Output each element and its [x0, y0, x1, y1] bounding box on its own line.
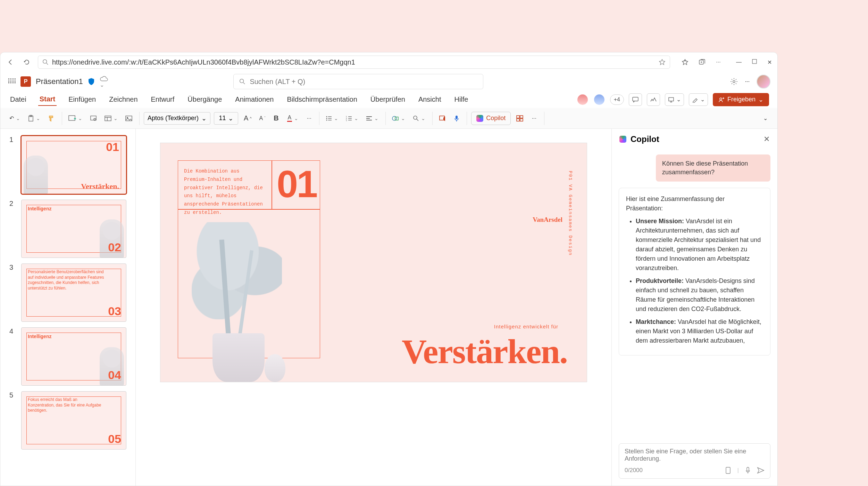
- more-options-icon[interactable]: ···: [745, 78, 750, 85]
- reuse-slides-button[interactable]: [88, 112, 99, 125]
- dictate-button[interactable]: [451, 112, 462, 125]
- font-color-button[interactable]: A: [285, 112, 301, 125]
- mic-icon[interactable]: [745, 467, 751, 474]
- tab-zeichnen[interactable]: Zeichnen: [108, 93, 139, 106]
- editing-mode-button[interactable]: ⌄: [689, 93, 708, 106]
- catchup-button[interactable]: [647, 93, 660, 106]
- align-button[interactable]: [364, 112, 381, 125]
- address-bar[interactable]: [38, 56, 670, 69]
- slide-description[interactable]: Die Kombination aus Premium-Inhalten und…: [184, 167, 264, 217]
- presence-avatar-1[interactable]: [577, 94, 589, 106]
- search-input[interactable]: [250, 78, 477, 86]
- more-font-button[interactable]: ···: [304, 112, 314, 125]
- svg-text:3: 3: [346, 120, 347, 121]
- presence-avatar-2[interactable]: [593, 94, 605, 106]
- settings-icon[interactable]: [730, 77, 738, 86]
- present-button[interactable]: ⌄: [665, 93, 684, 106]
- app-launcher-icon[interactable]: ⠿⠿: [7, 77, 16, 86]
- bullets-button[interactable]: [324, 112, 340, 125]
- find-button[interactable]: [411, 112, 427, 125]
- copilot-label: Copilot: [486, 115, 506, 122]
- tab-bildschirmpraesentation[interactable]: Bildschirmpräsentation: [286, 93, 359, 106]
- new-slide-button[interactable]: [66, 112, 84, 125]
- favorites-icon[interactable]: [681, 58, 690, 67]
- user-message: Können Sie diese Präsentation zusammenfa…: [656, 154, 770, 182]
- designer-button[interactable]: [437, 112, 448, 125]
- powerpoint-icon: P: [20, 76, 31, 87]
- paste-button[interactable]: [26, 112, 42, 125]
- slide-editor[interactable]: Die Kombination aus Premium-Inhalten und…: [160, 143, 587, 382]
- svg-rect-26: [456, 116, 458, 119]
- slide-vase-image[interactable]: [265, 354, 285, 382]
- tab-ansicht[interactable]: Ansicht: [417, 93, 443, 106]
- sync-status-icon[interactable]: ⌄: [100, 75, 108, 88]
- tab-einfuegen[interactable]: Einfügen: [67, 93, 97, 106]
- slide-number[interactable]: 01: [277, 162, 316, 206]
- grid-view-button[interactable]: [514, 112, 525, 125]
- tab-entwurf[interactable]: Entwurf: [150, 93, 176, 106]
- copilot-conversation[interactable]: Können Sie diese Präsentation zusammenfa…: [612, 150, 777, 438]
- attach-icon[interactable]: [725, 467, 731, 474]
- back-button[interactable]: [6, 57, 16, 67]
- decrease-font-button[interactable]: Aˇ: [257, 112, 268, 125]
- collapse-ribbon-button[interactable]: ⌄: [760, 112, 770, 125]
- tab-hilfe[interactable]: Hilfe: [453, 93, 469, 106]
- slide-thumb-1[interactable]: 01 Verstärken.: [21, 136, 126, 194]
- tab-ueberpruefen[interactable]: Überprüfen: [369, 93, 407, 106]
- copilot-ribbon-button[interactable]: Copilot: [471, 112, 511, 125]
- close-button[interactable]: ✕: [767, 59, 772, 66]
- slide-thumbnail-rail[interactable]: 1 01 Verstärken. 2 Intelligenz 02 3 Pers…: [0, 129, 136, 486]
- undo-button[interactable]: ↶: [7, 112, 22, 125]
- send-icon[interactable]: [757, 467, 765, 474]
- more-ribbon-button[interactable]: ···: [529, 112, 539, 125]
- font-size-select[interactable]: 11⌄: [214, 112, 238, 125]
- font-family-select[interactable]: Aptos (Textkörper)⌄: [144, 112, 210, 125]
- summary-intro: Hier ist eine Zusammenfassung der Präsen…: [626, 194, 763, 213]
- format-painter-button[interactable]: [46, 112, 57, 125]
- browser-window: ··· — ✕ ⠿⠿ P Präsentation1 ⌄ ··· Datei S…: [0, 52, 778, 486]
- window-controls: — ✕: [736, 59, 772, 66]
- svg-point-15: [127, 117, 128, 118]
- svg-rect-29: [517, 119, 519, 121]
- tab-start[interactable]: Start: [38, 93, 57, 106]
- slide-side-text[interactable]: P01 VA Gemeinsames Design: [568, 171, 573, 256]
- search-box[interactable]: [233, 74, 483, 89]
- shapes-button[interactable]: [390, 112, 407, 125]
- maximize-button[interactable]: [752, 59, 757, 66]
- sensitivity-icon[interactable]: [88, 78, 95, 85]
- copilot-input-box[interactable]: 0/2000 |: [619, 443, 770, 479]
- bold-button[interactable]: B: [271, 112, 282, 125]
- numbering-button[interactable]: 123: [344, 112, 360, 125]
- slide-headline[interactable]: Verstärken.: [402, 332, 567, 371]
- slide-thumb-5[interactable]: Fokus erreicht das Maß an Konzentration,…: [21, 391, 126, 450]
- tab-animationen[interactable]: Animationen: [234, 93, 275, 106]
- slide-thumb-4[interactable]: Intelligenz 04: [21, 327, 126, 386]
- image-button[interactable]: [123, 112, 134, 125]
- refresh-button[interactable]: [22, 57, 32, 67]
- copilot-header: Copilot ✕: [612, 129, 777, 150]
- url-input[interactable]: [52, 58, 655, 66]
- share-button[interactable]: Freigeben⌄: [713, 93, 769, 106]
- comments-button[interactable]: [629, 93, 642, 106]
- svg-rect-32: [747, 467, 749, 471]
- tab-uebergaenge[interactable]: Übergänge: [186, 93, 223, 106]
- slide-thumb-2[interactable]: Intelligenz 02: [21, 200, 126, 258]
- document-title[interactable]: Präsentation1: [36, 77, 83, 86]
- favorite-icon[interactable]: [659, 59, 666, 66]
- minimize-button[interactable]: —: [736, 59, 742, 66]
- more-icon[interactable]: ···: [714, 58, 723, 67]
- collections-icon[interactable]: [697, 58, 706, 67]
- copilot-title: Copilot: [631, 134, 659, 144]
- presence-more[interactable]: +4: [610, 94, 624, 105]
- slide-canvas[interactable]: Die Kombination aus Premium-Inhalten und…: [136, 129, 611, 486]
- copilot-textarea[interactable]: [625, 448, 765, 465]
- layout-button[interactable]: [102, 112, 120, 125]
- copilot-close-button[interactable]: ✕: [763, 135, 770, 144]
- profile-avatar[interactable]: [757, 75, 770, 89]
- increase-font-button[interactable]: A^: [242, 112, 254, 125]
- slide-brand[interactable]: VanArsdel: [275, 216, 562, 224]
- slide-tagline[interactable]: Intelligenz entwickelt für: [494, 324, 558, 329]
- slide-thumb-3[interactable]: Personalisierte Benutzerober­flächen sin…: [21, 263, 126, 322]
- svg-point-16: [326, 116, 327, 117]
- tab-datei[interactable]: Datei: [9, 93, 28, 106]
